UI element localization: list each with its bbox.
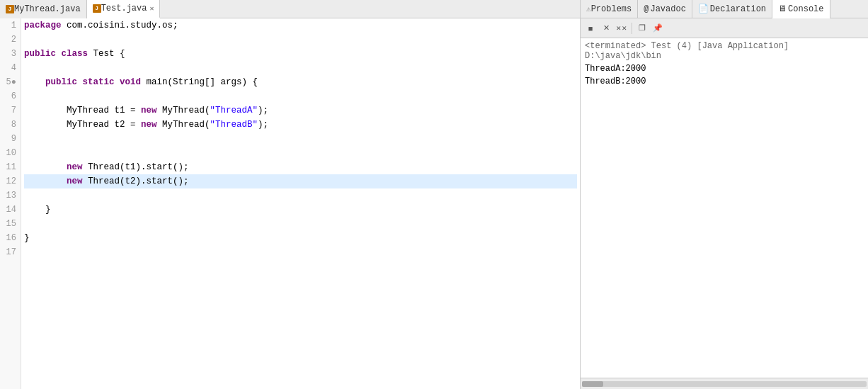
line-num-7: 7 <box>4 103 16 118</box>
line-num-16: 16 <box>4 231 16 245</box>
console-terminated-text: <terminated> Test (4) [Java Application]… <box>585 41 864 61</box>
tab-test-close[interactable]: ✕ <box>149 4 154 13</box>
java-file-icon-test: J <box>93 4 101 13</box>
tab-problems[interactable]: ⚠ Problems <box>581 0 638 18</box>
console-panel: ⚠ Problems @ Javadoc 📄 Declaration 🖥 Con… <box>581 0 868 389</box>
scrollbar-thumb[interactable] <box>582 381 603 387</box>
close-console-button[interactable]: ✕ <box>599 21 613 35</box>
terminate-button[interactable]: ■ <box>583 21 598 35</box>
line-num-13: 13 <box>4 188 16 203</box>
code-line-5: public static void main(String[] args) { <box>24 75 577 89</box>
code-line-14: } <box>24 203 577 217</box>
java-file-icon: J <box>6 5 14 13</box>
remove-all-terminated-button[interactable]: ✕✕ <box>615 21 629 35</box>
main-area: J MyThread.java J Test.java ✕ 1 2 3 4 5●… <box>0 0 868 389</box>
line-num-2: 2 <box>4 33 16 47</box>
code-line-3: public class Test { <box>24 47 577 61</box>
line-numbers: 1 2 3 4 5● 6 7 8 9 10 11 12 13 14 15 16 … <box>0 18 21 389</box>
code-line-7: MyThread t1 = new MyThread("ThreadA"); <box>24 103 577 118</box>
code-line-17 <box>24 245 577 259</box>
line-num-6: 6 <box>4 89 16 103</box>
editor-tabs: J MyThread.java J Test.java ✕ <box>0 0 580 18</box>
tab-mythread-label: MyThread.java <box>14 4 81 14</box>
line-num-11: 11 <box>4 160 16 174</box>
tab-javadoc[interactable]: @ Javadoc <box>638 0 692 18</box>
line-num-12: 12 <box>4 174 16 188</box>
console-icon: 🖥 <box>778 4 787 14</box>
console-toolbar: ■ ✕ ✕✕ ❐ 📌 <box>581 18 868 38</box>
console-output-line-2: ThreadB:2000 <box>585 75 864 88</box>
line-num-5: 5● <box>4 75 16 89</box>
tab-console-label: Console <box>788 4 823 14</box>
code-line-2 <box>24 33 577 47</box>
tab-mythread[interactable]: J MyThread.java <box>0 0 87 18</box>
tab-console[interactable]: 🖥 Console <box>772 0 830 18</box>
code-line-13 <box>24 188 577 203</box>
line-num-3: 3 <box>4 47 16 61</box>
line-num-9: 9 <box>4 132 16 146</box>
code-area[interactable]: package com.coisini.study.os; public cla… <box>21 18 580 389</box>
code-line-15 <box>24 217 577 231</box>
line-num-14: 14 <box>4 203 16 217</box>
tab-problems-label: Problems <box>591 4 632 14</box>
line-num-17: 17 <box>4 245 16 259</box>
code-line-4 <box>24 61 577 75</box>
tab-test-label: Test.java <box>101 4 147 13</box>
code-line-12: new Thread(t2).start(); <box>24 174 577 188</box>
declaration-icon: 📄 <box>698 4 709 14</box>
tab-test[interactable]: J Test.java ✕ <box>87 0 161 18</box>
line-num-8: 8 <box>4 118 16 132</box>
scrollbar-track <box>582 381 867 387</box>
line-num-1: 1 <box>4 18 16 33</box>
editor-content: 1 2 3 4 5● 6 7 8 9 10 11 12 13 14 15 16 … <box>0 18 580 389</box>
tab-javadoc-label: Javadoc <box>650 4 685 14</box>
console-content: <terminated> Test (4) [Java Application]… <box>581 38 868 378</box>
code-line-8: MyThread t2 = new MyThread("ThreadB"); <box>24 118 577 132</box>
tab-declaration[interactable]: 📄 Declaration <box>692 0 772 18</box>
line-num-15: 15 <box>4 217 16 231</box>
code-line-1: package com.coisini.study.os; <box>24 18 577 33</box>
toolbar-separator-1 <box>632 23 632 34</box>
tab-declaration-label: Declaration <box>710 4 766 14</box>
copy-output-button[interactable]: ❐ <box>635 21 649 35</box>
code-line-16: } <box>24 231 577 245</box>
console-scrollbar[interactable] <box>581 378 868 389</box>
code-line-11: new Thread(t1).start(); <box>24 160 577 174</box>
line-num-4: 4 <box>4 61 16 75</box>
line-num-10: 10 <box>4 146 16 160</box>
code-line-9 <box>24 132 577 146</box>
code-line-6 <box>24 89 577 103</box>
javadoc-at-icon: @ <box>644 4 649 14</box>
console-tabs: ⚠ Problems @ Javadoc 📄 Declaration 🖥 Con… <box>581 0 868 18</box>
pin-console-button[interactable]: 📌 <box>651 21 665 35</box>
problems-icon: ⚠ <box>586 4 591 13</box>
console-output-line-1: ThreadA:2000 <box>585 62 864 75</box>
editor-panel: J MyThread.java J Test.java ✕ 1 2 3 4 5●… <box>0 0 581 389</box>
code-line-10 <box>24 146 577 160</box>
